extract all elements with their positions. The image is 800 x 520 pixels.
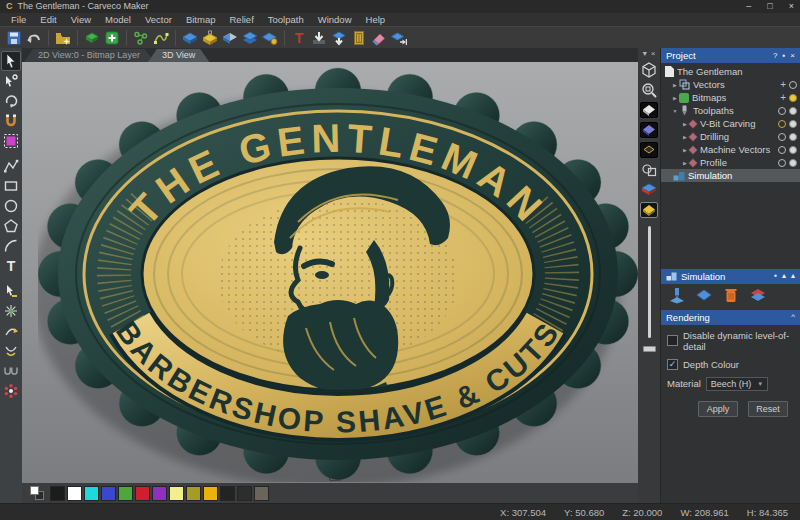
help-icon[interactable]: ? [773,52,777,60]
menu-file[interactable]: File [4,13,33,26]
polygon-tool-icon[interactable] [2,217,20,235]
node-edit-tool-icon[interactable] [2,72,20,90]
calculate-relief-icon[interactable] [330,29,348,47]
chevron-open-icon[interactable]: ▼ [671,108,679,114]
add-relief-icon[interactable] [103,29,121,47]
tree-item-project-root[interactable]: The Gentleman [661,65,800,78]
tree-item-simulation[interactable]: Simulation [661,169,800,182]
canvas-viewport[interactable]: THE GENTLEMAN [22,62,638,483]
reset-button[interactable]: Reset [748,401,788,417]
maximize-button[interactable]: □ [767,2,772,11]
menu-toolpath[interactable]: Toolpath [261,13,311,26]
visibility-2d-bulb-icon[interactable] [778,146,786,154]
relief-half-icon[interactable] [221,29,239,47]
add-icon[interactable]: + [780,93,786,103]
palette-swatch[interactable] [203,486,218,501]
bitmap-select-tool-icon[interactable] [2,132,20,150]
import-model-icon[interactable] [310,29,328,47]
open-model-icon[interactable] [54,29,72,47]
apply-button[interactable]: Apply [698,401,738,417]
relief-gear-icon[interactable] [261,29,279,47]
minimize-button[interactable]: – [746,2,751,11]
close-view-icon[interactable]: × [651,50,656,58]
arc-tool-icon[interactable] [2,237,20,255]
palette-swatch[interactable] [84,486,99,501]
float-panel-icon[interactable]: ▴ [782,272,786,280]
visibility-3d-bulb-icon[interactable] [789,120,797,128]
reset-block-icon[interactable] [749,286,767,308]
transform-vectors-tool-icon[interactable] [2,282,20,300]
tree-item-bitmaps[interactable]: ▶ Bitmaps + [661,91,800,104]
outline-shapes-icon[interactable] [640,162,658,178]
palette-swatch[interactable] [50,486,65,501]
simulate-toolpath-icon[interactable] [668,286,686,308]
visibility-2d-bulb-icon[interactable] [778,133,786,141]
tree-item-machine-vectors[interactable]: ▶ Machine Vectors [661,143,800,156]
text-tool-icon[interactable]: T [290,29,308,47]
eraser-icon[interactable] [370,29,388,47]
palette-swatch[interactable] [254,486,269,501]
primary-secondary-color-icon[interactable] [30,486,44,500]
material-block-icon[interactable] [640,202,658,218]
visibility-2d-bulb-icon[interactable] [778,120,786,128]
menu-view[interactable]: View [64,13,98,26]
tree-item-toolpaths[interactable]: ▼ Toolpaths [661,104,800,117]
close-button[interactable]: × [789,2,794,11]
menu-bitmap[interactable]: Bitmap [179,13,223,26]
menu-help[interactable]: Help [359,13,393,26]
visibility-bulb-icon[interactable] [789,94,797,102]
relief-locked-icon[interactable] [201,29,219,47]
collapse-panel-icon[interactable]: ▴ [791,272,795,280]
paste-along-curve-tool-icon[interactable] [2,302,20,320]
vector-doctor-icon[interactable] [132,29,150,47]
tool-position-slider[interactable] [640,226,658,358]
visibility-3d-bulb-icon[interactable] [789,107,797,115]
menu-relief[interactable]: Relief [223,13,261,26]
palette-swatch[interactable] [152,486,167,501]
delete-simulation-icon[interactable] [722,286,740,308]
tree-item-drilling[interactable]: ▶ Drilling [661,130,800,143]
visibility-3d-bulb-icon[interactable] [789,146,797,154]
visibility-2d-bulb-icon[interactable] [778,159,786,167]
tree-item-vbit-carving[interactable]: ▶ V-Bit Carving [661,117,800,130]
relief-blue-icon[interactable] [181,29,199,47]
chevron-right-icon[interactable]: ▶ [671,82,679,88]
palette-swatch[interactable] [237,486,252,501]
slider-handle[interactable] [643,346,656,352]
menu-model[interactable]: Model [98,13,138,26]
palette-swatch[interactable] [135,486,150,501]
close-panel-icon[interactable]: × [790,52,795,60]
lod-checkbox-row[interactable]: Disable dynamic level-of-detail [667,330,794,352]
palette-swatch[interactable] [220,486,235,501]
fit-arcs-icon[interactable] [152,29,170,47]
add-icon[interactable]: + [780,80,786,90]
depth-colour-checkbox[interactable]: ✓ [667,359,678,370]
polyline-tool-icon[interactable] [2,157,20,175]
pin-icon[interactable]: ▪ [774,272,777,280]
simulate-relief-icon[interactable] [695,286,713,308]
bridge-tool-icon[interactable] [2,362,20,380]
collapse-section-icon[interactable]: ^ [791,313,795,321]
pin-icon[interactable]: ▪ [782,52,785,60]
weave-tool-icon[interactable] [2,382,20,400]
preview-plain-icon[interactable] [640,102,658,118]
export-toolpath-icon[interactable] [390,29,408,47]
palette-swatch[interactable] [118,486,133,501]
palette-swatch[interactable] [101,486,116,501]
frame-texture-icon[interactable] [350,29,368,47]
isometric-view-icon[interactable] [640,62,658,78]
view-menu-caret-icon[interactable]: ▾ [643,50,647,58]
trim-tool-icon[interactable] [2,342,20,360]
tab-3d-view[interactable]: 3D View [148,49,209,62]
palette-swatch[interactable] [67,486,82,501]
undo-icon[interactable] [25,29,43,47]
menu-edit[interactable]: Edit [33,13,63,26]
delete-waste-icon[interactable] [640,182,658,198]
select-tool-icon[interactable] [2,52,20,70]
rectangle-tool-icon[interactable] [2,177,20,195]
tab-2d-view[interactable]: 2D View:0 - Bitmap Layer [24,49,154,62]
preview-colour-icon[interactable] [640,122,658,138]
material-select[interactable]: Beech (H) ▼ [706,377,768,391]
ellipse-tool-icon[interactable] [2,197,20,215]
visibility-2d-bulb-icon[interactable] [778,107,786,115]
